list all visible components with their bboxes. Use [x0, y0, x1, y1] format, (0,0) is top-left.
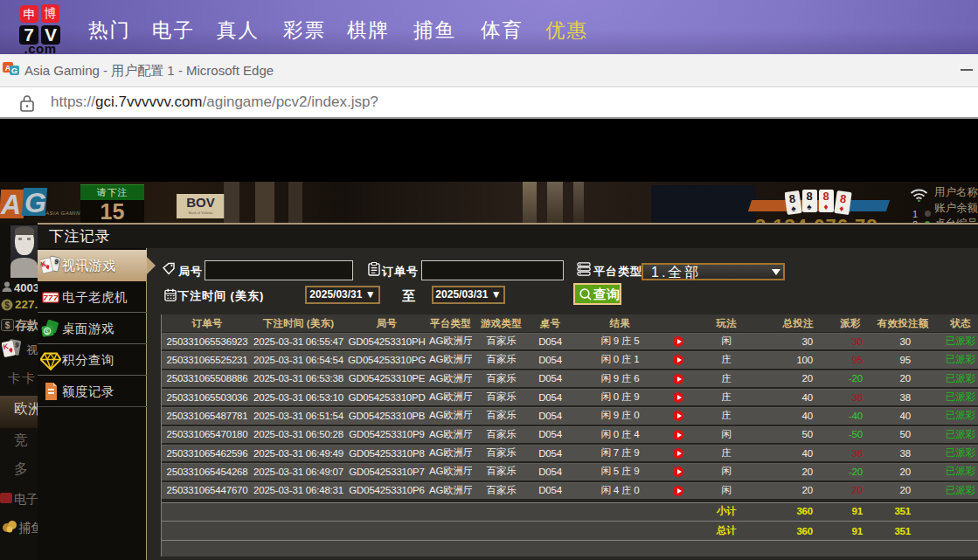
- svg-text:8: 8: [822, 190, 829, 203]
- svg-text:$: $: [4, 301, 10, 310]
- svg-text:$: $: [45, 328, 49, 335]
- svg-text:8: 8: [806, 190, 812, 203]
- svg-text:777: 777: [43, 293, 59, 302]
- svg-text:$: $: [5, 321, 10, 330]
- svg-text:♦: ♦: [823, 202, 828, 211]
- svg-text:♠: ♠: [807, 202, 812, 211]
- svg-text:G: G: [11, 66, 17, 75]
